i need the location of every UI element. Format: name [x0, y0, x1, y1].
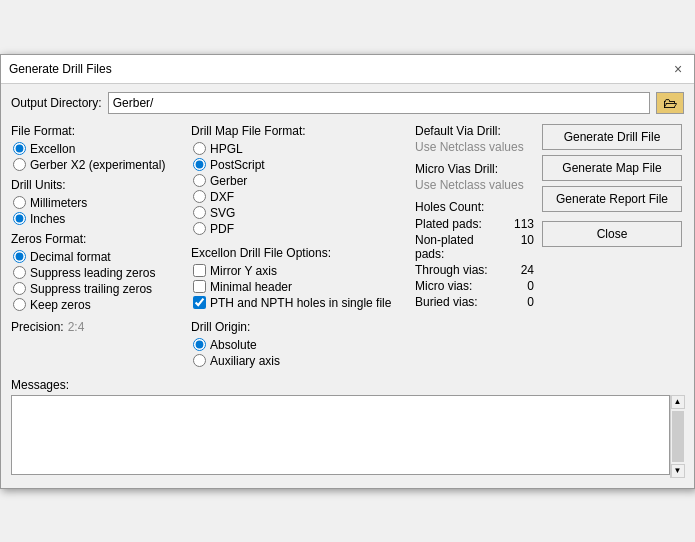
file-format-excellon[interactable]: Excellon — [13, 142, 191, 156]
holes-micro-vias-count: 0 — [504, 279, 534, 293]
holes-micro-vias-label: Micro vias: — [415, 279, 472, 293]
precision-value: 2:4 — [68, 320, 85, 334]
drill-map-gerber-radio[interactable] — [193, 174, 206, 187]
main-columns: File Format: Excellon Gerber X2 (experim… — [11, 124, 684, 368]
drill-units-group: Millimeters Inches — [13, 196, 191, 226]
drill-units-inches-radio[interactable] — [13, 212, 26, 225]
holes-plated-pads-count: 113 — [504, 217, 534, 231]
excellon-pth-npth-checkbox[interactable] — [193, 296, 206, 309]
zeros-format-decimal-radio[interactable] — [13, 250, 26, 263]
drill-map-postscript[interactable]: PostScript — [193, 158, 411, 172]
holes-nonplated-pads-label: Non-plated pads: — [415, 233, 504, 261]
drill-map-svg-label: SVG — [210, 206, 235, 220]
zeros-format-suppress-trailing-radio[interactable] — [13, 282, 26, 295]
file-format-gerber-x2[interactable]: Gerber X2 (experimental) — [13, 158, 191, 172]
excellon-mirror-y[interactable]: Mirror Y axis — [193, 264, 411, 278]
micro-vias-label: Micro Vias Drill: — [415, 162, 534, 176]
col-left: File Format: Excellon Gerber X2 (experim… — [11, 124, 191, 368]
file-format-gerber-x2-radio[interactable] — [13, 158, 26, 171]
drill-map-format-group: HPGL PostScript Gerber DXF — [193, 142, 411, 236]
scroll-up-arrow[interactable]: ▲ — [671, 395, 685, 409]
output-directory-row: Output Directory: 🗁 — [11, 92, 684, 114]
excellon-minimal-header-checkbox[interactable] — [193, 280, 206, 293]
close-button[interactable]: Close — [542, 221, 682, 247]
file-format-excellon-radio[interactable] — [13, 142, 26, 155]
messages-scrollbar[interactable]: ▲ ▼ — [670, 395, 684, 478]
drill-origin-absolute-label: Absolute — [210, 338, 257, 352]
drill-map-pdf-radio[interactable] — [193, 222, 206, 235]
file-format-gerber-x2-label: Gerber X2 (experimental) — [30, 158, 165, 172]
buttons-col: Generate Drill File Generate Map File Ge… — [534, 124, 684, 247]
drill-units-mm[interactable]: Millimeters — [13, 196, 191, 210]
drill-origin-auxiliary-label: Auxiliary axis — [210, 354, 280, 368]
col-right: Default Via Drill: Use Netclass values M… — [411, 124, 684, 368]
drill-map-dxf[interactable]: DXF — [193, 190, 411, 204]
drill-map-format-label: Drill Map File Format: — [191, 124, 411, 138]
drill-units-label: Drill Units: — [11, 178, 191, 192]
scroll-down-arrow[interactable]: ▼ — [671, 464, 685, 478]
file-format-excellon-label: Excellon — [30, 142, 75, 156]
generate-report-button[interactable]: Generate Report File — [542, 186, 682, 212]
holes-through-vias: Through vias: 24 — [415, 262, 534, 278]
drill-map-gerber[interactable]: Gerber — [193, 174, 411, 188]
drill-units-mm-radio[interactable] — [13, 196, 26, 209]
drill-map-postscript-radio[interactable] — [193, 158, 206, 171]
folder-browse-button[interactable]: 🗁 — [656, 92, 684, 114]
drill-origin-absolute[interactable]: Absolute — [193, 338, 411, 352]
zeros-format-keep-label: Keep zeros — [30, 298, 91, 312]
excellon-pth-npth[interactable]: PTH and NPTH holes in single file — [193, 296, 411, 310]
default-via-label: Default Via Drill: — [415, 124, 534, 138]
zeros-format-suppress-trailing-label: Suppress trailing zeros — [30, 282, 152, 296]
excellon-mirror-y-checkbox[interactable] — [193, 264, 206, 277]
drill-map-hpgl[interactable]: HPGL — [193, 142, 411, 156]
folder-icon: 🗁 — [663, 95, 677, 111]
excellon-pth-npth-label: PTH and NPTH holes in single file — [210, 296, 391, 310]
zeros-format-decimal[interactable]: Decimal format — [13, 250, 191, 264]
drill-map-hpgl-radio[interactable] — [193, 142, 206, 155]
file-format-group: Excellon Gerber X2 (experimental) — [13, 142, 191, 172]
top-right: Default Via Drill: Use Netclass values M… — [411, 124, 684, 310]
drill-map-dxf-radio[interactable] — [193, 190, 206, 203]
generate-drill-button[interactable]: Generate Drill File — [542, 124, 682, 150]
excellon-minimal-header[interactable]: Minimal header — [193, 280, 411, 294]
dialog-content: Output Directory: 🗁 File Format: Excello… — [1, 84, 694, 488]
drill-map-svg-radio[interactable] — [193, 206, 206, 219]
messages-section: Messages: ▲ ▼ — [11, 378, 684, 478]
dialog-window: Generate Drill Files × Output Directory:… — [0, 54, 695, 489]
generate-map-button[interactable]: Generate Map File — [542, 155, 682, 181]
messages-label: Messages: — [11, 378, 684, 392]
drill-map-svg[interactable]: SVG — [193, 206, 411, 220]
close-icon-button[interactable]: × — [670, 61, 686, 77]
output-directory-label: Output Directory: — [11, 96, 102, 110]
file-format-label: File Format: — [11, 124, 191, 138]
zeros-format-group: Decimal format Suppress leading zeros Su… — [13, 250, 191, 312]
zeros-format-suppress-trailing[interactable]: Suppress trailing zeros — [13, 282, 191, 296]
holes-nonplated-pads: Non-plated pads: 10 — [415, 232, 534, 262]
drill-origin-absolute-radio[interactable] — [193, 338, 206, 351]
zeros-format-decimal-label: Decimal format — [30, 250, 111, 264]
zeros-format-label: Zeros Format: — [11, 232, 191, 246]
drill-origin-label: Drill Origin: — [191, 320, 411, 334]
drill-map-gerber-label: Gerber — [210, 174, 247, 188]
messages-textarea[interactable] — [11, 395, 670, 475]
excellon-options-label: Excellon Drill File Options: — [191, 246, 411, 260]
holes-through-vias-count: 24 — [504, 263, 534, 277]
drill-map-pdf[interactable]: PDF — [193, 222, 411, 236]
default-via-value: Use Netclass values — [415, 140, 534, 154]
drill-origin-auxiliary-radio[interactable] — [193, 354, 206, 367]
drill-origin-auxiliary[interactable]: Auxiliary axis — [193, 354, 411, 368]
messages-textarea-container: ▲ ▼ — [11, 395, 684, 478]
excellon-mirror-y-label: Mirror Y axis — [210, 264, 277, 278]
zeros-format-suppress-leading-radio[interactable] — [13, 266, 26, 279]
right-info: Default Via Drill: Use Netclass values M… — [411, 124, 534, 310]
col-middle: Drill Map File Format: HPGL PostScript G… — [191, 124, 411, 368]
zeros-format-keep[interactable]: Keep zeros — [13, 298, 191, 312]
output-directory-input[interactable] — [108, 92, 650, 114]
scroll-thumb[interactable] — [672, 411, 684, 462]
drill-map-dxf-label: DXF — [210, 190, 234, 204]
precision-row: Precision: 2:4 — [11, 320, 191, 334]
drill-units-inches[interactable]: Inches — [13, 212, 191, 226]
zeros-format-keep-radio[interactable] — [13, 298, 26, 311]
holes-nonplated-pads-count: 10 — [504, 233, 534, 261]
zeros-format-suppress-leading[interactable]: Suppress leading zeros — [13, 266, 191, 280]
